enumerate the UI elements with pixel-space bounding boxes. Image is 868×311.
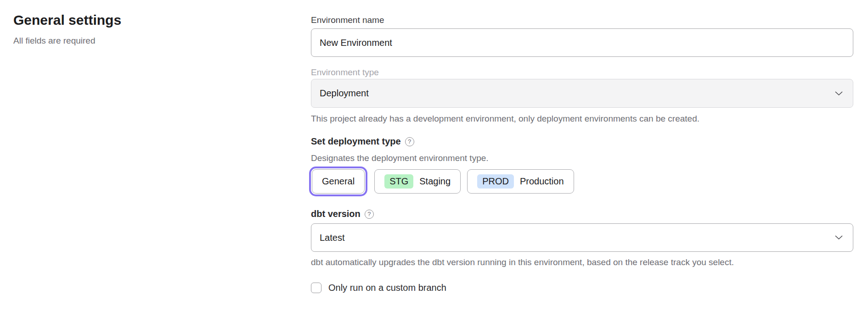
custom-branch-checkbox[interactable] xyxy=(311,283,321,293)
deployment-type-section-label: Set deployment type ? xyxy=(311,136,414,147)
production-badge: PROD xyxy=(477,174,514,189)
page-subtitle: All fields are required xyxy=(13,36,121,46)
chevron-down-icon xyxy=(835,235,843,240)
page-header: General settings All fields are required xyxy=(13,12,121,46)
environment-type-helper: This project already has a development e… xyxy=(311,113,699,124)
environment-name-input[interactable] xyxy=(311,28,853,57)
dbt-version-value: Latest xyxy=(320,233,344,243)
staging-badge: STG xyxy=(384,174,413,189)
page-title: General settings xyxy=(13,12,121,28)
environment-name-label: Environment name xyxy=(311,15,384,25)
deployment-type-option-label: General xyxy=(322,176,355,187)
deployment-type-option-label: Production xyxy=(520,176,564,187)
environment-type-select[interactable]: Deployment xyxy=(311,79,853,108)
deployment-type-label-text: Set deployment type xyxy=(311,136,401,147)
deployment-type-option-label: Staging xyxy=(419,176,451,187)
dbt-version-label-text: dbt version xyxy=(311,209,361,219)
dbt-version-select[interactable]: Latest xyxy=(311,223,853,252)
dbt-version-helper: dbt automatically upgrades the dbt versi… xyxy=(311,257,734,267)
deployment-type-options: General STG Staging PROD Production xyxy=(311,169,574,194)
deployment-type-option-staging[interactable]: STG Staging xyxy=(374,169,461,194)
environment-type-label: Environment type xyxy=(311,67,379,78)
question-mark-circle-icon[interactable]: ? xyxy=(405,137,414,146)
deployment-type-description: Designates the deployment environment ty… xyxy=(311,153,489,163)
environment-type-value: Deployment xyxy=(320,88,369,99)
environment-settings-form: Environment name Environment type Deploy… xyxy=(311,0,853,311)
deployment-type-option-production[interactable]: PROD Production xyxy=(467,169,574,194)
chevron-down-icon xyxy=(835,91,843,96)
custom-branch-label: Only run on a custom branch xyxy=(328,283,446,293)
dbt-version-label: dbt version ? xyxy=(311,209,374,219)
deployment-type-option-general[interactable]: General xyxy=(312,169,365,194)
question-mark-circle-icon[interactable]: ? xyxy=(365,210,374,219)
custom-branch-row: Only run on a custom branch xyxy=(311,283,446,293)
